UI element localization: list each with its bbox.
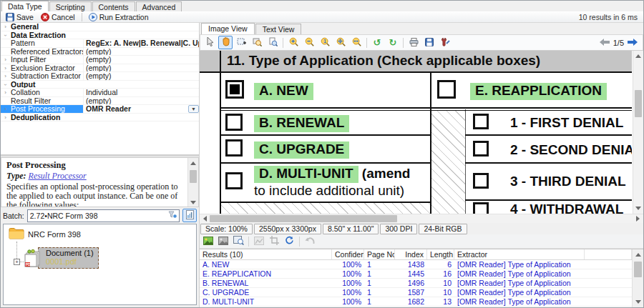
property-row-exclusion-extractor[interactable]: › Exclusion Extractor (empty) bbox=[1, 64, 199, 73]
pointer-tool-button[interactable] bbox=[203, 36, 217, 49]
scroll-down-icon[interactable] bbox=[633, 297, 643, 307]
batch-browse-button[interactable] bbox=[182, 209, 197, 222]
zoom-in-button[interactable] bbox=[286, 36, 301, 49]
property-category-output[interactable]: › Output bbox=[1, 81, 199, 89]
results-scrollbar[interactable] bbox=[632, 249, 643, 307]
tree-node-batch-root[interactable]: NRC Form 398 bbox=[9, 227, 81, 241]
result-row[interactable]: A. NEW 100% 1 1438 6 [OMR Reader] Type o… bbox=[200, 260, 632, 269]
tab-advanced[interactable]: Advanced bbox=[136, 1, 182, 11]
property-row-referenced-extractors[interactable]: Referenced Extractors (empty) bbox=[1, 48, 199, 56]
scroll-right-icon[interactable] bbox=[633, 214, 643, 223]
undo-button[interactable] bbox=[303, 236, 316, 247]
results-title[interactable]: Results (10) bbox=[200, 249, 332, 259]
chevron-collapsed-icon[interactable]: › bbox=[1, 114, 10, 121]
result-row[interactable]: E. REAPPLICATION 100% 1 1445 16 [OMR Rea… bbox=[200, 269, 632, 279]
preview-region-button[interactable] bbox=[232, 236, 245, 247]
tab-scripting[interactable]: Scripting bbox=[49, 1, 92, 11]
dropdown-button[interactable]: ▼ bbox=[188, 105, 199, 113]
property-category-data-extraction[interactable]: › Data Extraction bbox=[1, 31, 199, 40]
image-viewport[interactable]: 11. Type of Application (Check applicabl… bbox=[200, 51, 643, 214]
main-tabstrip: Data Type Scripting Contents Advanced bbox=[1, 1, 643, 11]
zoom-fit-width-button[interactable] bbox=[349, 36, 364, 49]
rotate-cw-button[interactable]: ↻ bbox=[386, 36, 400, 49]
image-vertical-scrollbar[interactable] bbox=[633, 51, 643, 214]
refresh-button[interactable] bbox=[283, 236, 296, 247]
tree-node-document[interactable]: Document (1) 0001.pdf bbox=[38, 247, 99, 269]
property-row-post-processing[interactable]: › Post Processing OMR Reader ▼ bbox=[1, 105, 199, 114]
document-report-icon bbox=[186, 210, 194, 221]
crop-button[interactable] bbox=[268, 236, 280, 247]
image-horizontal-scrollbar[interactable] bbox=[200, 214, 643, 223]
chevron-collapsed-icon[interactable]: › bbox=[1, 56, 10, 64]
property-row-subtraction-extractor[interactable]: › Subtraction Extractor (empty) bbox=[1, 72, 199, 81]
refresh-icon bbox=[285, 236, 294, 247]
scroll-up-icon[interactable] bbox=[633, 51, 643, 61]
document-text: 2 - SECOND DENIAL bbox=[510, 142, 632, 158]
scroll-left-icon[interactable] bbox=[200, 214, 210, 223]
chevron-collapsed-icon[interactable]: › bbox=[1, 23, 10, 31]
property-row-result-filter[interactable]: Result Filter (empty) bbox=[1, 97, 199, 106]
result-processor-link[interactable]: Result Processor bbox=[29, 171, 87, 181]
tree-expand-icon[interactable]: + bbox=[14, 259, 20, 265]
chevron-expanded-icon[interactable]: › bbox=[1, 84, 9, 86]
save-image-button[interactable] bbox=[422, 36, 436, 49]
print-button[interactable] bbox=[406, 36, 421, 49]
scroll-down-icon[interactable] bbox=[188, 197, 198, 207]
show-color-image-button[interactable] bbox=[202, 236, 215, 247]
property-row-collation[interactable]: › Collation Individual bbox=[1, 89, 199, 97]
chevron-collapsed-icon[interactable]: › bbox=[1, 105, 10, 113]
document-text: to include additional unit) bbox=[254, 183, 404, 199]
run-extraction-button[interactable]: Run Extraction bbox=[87, 12, 151, 22]
chevron-collapsed-icon[interactable]: › bbox=[1, 72, 10, 80]
zoom-out-button[interactable] bbox=[302, 36, 316, 49]
column-header-length[interactable]: Length bbox=[427, 249, 454, 259]
column-header-index[interactable]: Index bbox=[395, 249, 427, 259]
result-row[interactable]: B. RENEWAL 100% 1 1496 10 [OMR Reader] T… bbox=[200, 279, 632, 288]
property-grid: › General › Data Extraction Pattern RegE… bbox=[1, 23, 199, 155]
property-row-pattern[interactable]: Pattern RegEx: A. New|B. Renewal|C. Upgr… bbox=[1, 39, 199, 48]
tab-text-view[interactable]: Text View bbox=[255, 24, 302, 34]
scroll-down-icon[interactable] bbox=[633, 203, 643, 214]
save-label: Save bbox=[16, 13, 34, 21]
property-row-input-filter[interactable]: › Input Filter (empty) bbox=[1, 56, 199, 64]
cancel-button[interactable]: Cancel bbox=[39, 12, 77, 22]
chevron-collapsed-icon[interactable]: › bbox=[1, 89, 10, 96]
scroll-thumb[interactable] bbox=[190, 170, 197, 183]
tab-contents[interactable]: Contents bbox=[92, 1, 135, 11]
scroll-thumb[interactable] bbox=[634, 262, 642, 277]
prev-page-button[interactable] bbox=[600, 39, 610, 47]
batch-field[interactable]: 2.72•NRC Form 398 bbox=[27, 209, 180, 222]
show-gray-image-button[interactable] bbox=[217, 236, 230, 247]
undo-icon bbox=[305, 237, 315, 246]
checkbox-third-denial bbox=[473, 173, 489, 189]
scroll-up-icon[interactable] bbox=[188, 158, 198, 169]
chevron-expanded-icon[interactable]: › bbox=[1, 34, 9, 36]
zoom-page-button[interactable] bbox=[265, 36, 280, 49]
column-header-page-no[interactable]: Page No bbox=[364, 249, 395, 259]
select-region-button[interactable] bbox=[234, 36, 248, 49]
result-row[interactable]: D. MULTI-UNIT 100% 1 1682 13 [OMR Reader… bbox=[200, 297, 632, 307]
help-scrollbar[interactable] bbox=[187, 158, 198, 207]
scroll-thumb[interactable] bbox=[210, 215, 397, 222]
zoom-actual-size-button[interactable]: 1 bbox=[318, 36, 332, 49]
pan-tool-button[interactable] bbox=[218, 36, 233, 49]
column-header-confidence[interactable]: Confidence bbox=[332, 249, 364, 259]
histogram-button[interactable] bbox=[253, 236, 265, 247]
rotate-cw-icon: ↻ bbox=[389, 38, 397, 47]
scroll-thumb[interactable] bbox=[635, 90, 642, 117]
zoom-region-button[interactable] bbox=[250, 36, 264, 49]
property-category-general[interactable]: › General bbox=[1, 23, 199, 31]
result-row[interactable]: C. UPGRADE 100% 1 1587 10 [OMR Reader] T… bbox=[200, 288, 632, 297]
zoom-fit-button[interactable] bbox=[333, 36, 348, 49]
property-category-deduplication[interactable]: › Deduplication bbox=[1, 114, 199, 122]
chevron-collapsed-icon[interactable]: › bbox=[1, 64, 10, 72]
column-header-extractor[interactable]: Extractor bbox=[454, 249, 585, 259]
tab-image-view[interactable]: Image View bbox=[201, 23, 255, 34]
batch-filter-icon[interactable] bbox=[168, 211, 177, 220]
scroll-up-icon[interactable] bbox=[633, 249, 643, 260]
tab-data-type[interactable]: Data Type bbox=[1, 1, 49, 11]
save-button[interactable]: Save bbox=[4, 12, 36, 22]
rotate-ccw-button[interactable]: ↺ bbox=[370, 36, 384, 49]
next-page-button[interactable] bbox=[628, 39, 638, 47]
settings-button[interactable] bbox=[438, 36, 452, 49]
